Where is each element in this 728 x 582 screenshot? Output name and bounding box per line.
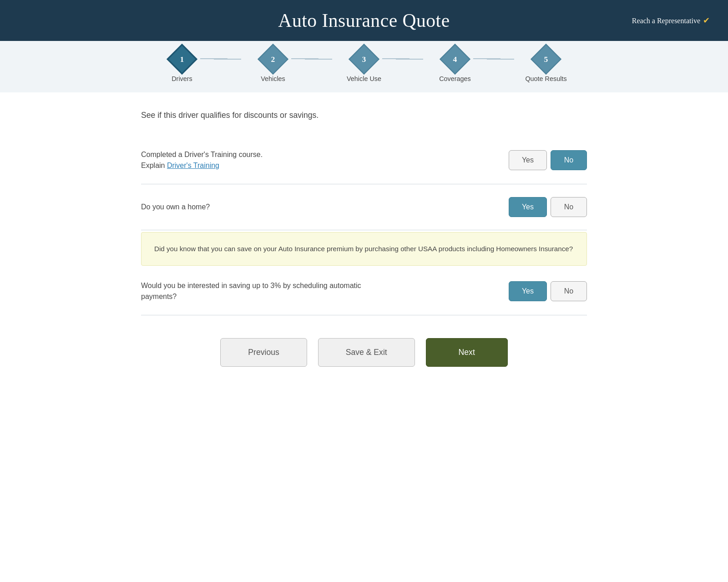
step-label-2: Vehicles bbox=[261, 75, 285, 83]
step-number-2: 2 bbox=[271, 54, 275, 64]
step-number-5: 5 bbox=[544, 54, 548, 64]
step-diamond-2: 2 bbox=[258, 44, 288, 75]
step-item-5[interactable]: 5Quote Results bbox=[514, 48, 578, 83]
question-row-auto-payments: Would you be interested in saving up to … bbox=[141, 268, 587, 315]
step-label-4: Coverages bbox=[439, 75, 471, 83]
question-row-own-home: Do you own a home? Yes No bbox=[141, 184, 587, 230]
step-diamond-4: 4 bbox=[440, 44, 470, 75]
info-box: Did you know that you can save on your A… bbox=[141, 232, 587, 266]
question-row-drivers-training: Completed a Driver's Training course. Ex… bbox=[141, 137, 587, 184]
next-button[interactable]: Next bbox=[426, 338, 508, 367]
auto-payments-no-button[interactable]: No bbox=[551, 281, 587, 301]
question-text-drivers-training: Completed a Driver's Training course. Ex… bbox=[141, 149, 263, 171]
save-exit-button[interactable]: Save & Exit bbox=[318, 338, 415, 367]
auto-payments-yes-button[interactable]: Yes bbox=[509, 281, 547, 301]
question-text-auto-payments: Would you be interested in saving up to … bbox=[141, 280, 369, 302]
previous-button[interactable]: Previous bbox=[220, 338, 307, 367]
auto-payments-btn-group: Yes No bbox=[509, 281, 587, 301]
own-home-btn-group: Yes No bbox=[509, 197, 587, 217]
step-number-3: 3 bbox=[362, 54, 366, 64]
step-diamond-5: 5 bbox=[531, 44, 561, 75]
reach-rep-button[interactable]: Reach a Representative ✔ bbox=[632, 16, 710, 25]
reach-rep-icon: ✔ bbox=[703, 16, 710, 25]
page-title: Auto Insurance Quote bbox=[278, 10, 450, 31]
steps-bar: 1Drivers2Vehicles3Vehicle Use4Coverages5… bbox=[0, 41, 728, 92]
drivers-training-explain-prefix: Explain bbox=[141, 162, 167, 169]
footer-buttons: Previous Save & Exit Next bbox=[141, 315, 587, 385]
drivers-training-no-button[interactable]: No bbox=[551, 150, 587, 170]
step-label-1: Drivers bbox=[172, 75, 192, 83]
step-label-3: Vehicle Use bbox=[347, 75, 381, 83]
section-intro: See if this driver qualifies for discoun… bbox=[141, 111, 587, 120]
question-text-own-home: Do you own a home? bbox=[141, 202, 210, 213]
reach-rep-label: Reach a Representative bbox=[632, 16, 700, 25]
step-diamond-3: 3 bbox=[349, 44, 379, 75]
drivers-training-btn-group: Yes No bbox=[509, 150, 587, 170]
step-number-1: 1 bbox=[180, 54, 184, 64]
step-item-1[interactable]: 1Drivers bbox=[150, 48, 214, 83]
header: Auto Insurance Quote Reach a Representat… bbox=[0, 0, 728, 41]
step-number-4: 4 bbox=[453, 54, 457, 64]
own-home-yes-button[interactable]: Yes bbox=[509, 197, 547, 217]
drivers-training-yes-button[interactable]: Yes bbox=[509, 150, 547, 170]
drivers-training-link[interactable]: Driver's Training bbox=[167, 162, 219, 169]
step-item-4[interactable]: 4Coverages bbox=[423, 48, 487, 83]
main-content: See if this driver qualifies for discoun… bbox=[114, 92, 614, 394]
info-box-text: Did you know that you can save on your A… bbox=[154, 245, 573, 253]
step-diamond-1: 1 bbox=[167, 44, 197, 75]
step-item-3[interactable]: 3Vehicle Use bbox=[332, 48, 396, 83]
step-label-5: Quote Results bbox=[525, 75, 566, 83]
step-item-2[interactable]: 2Vehicles bbox=[241, 48, 305, 83]
own-home-no-button[interactable]: No bbox=[551, 197, 587, 217]
